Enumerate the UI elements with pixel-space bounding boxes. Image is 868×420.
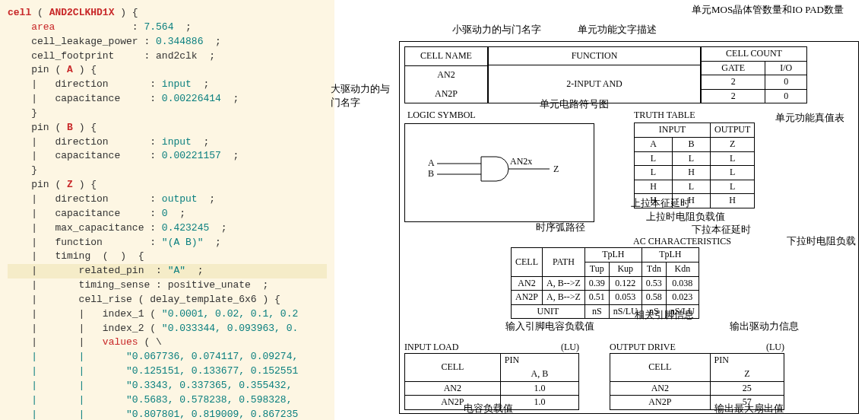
svg-text:B: B: [428, 168, 434, 179]
svg-text:AN2x: AN2x: [510, 156, 532, 167]
annotation: 大驱动力的与门名字: [331, 82, 395, 110]
datasheet-box: CELL NAME AN2 AN2P FUNCTION 2-INPUT AND …: [399, 41, 859, 414]
ac-characteristics-table: CELLPATHTpLHTpLH TupKupTdnKdn AN2A, B-->…: [511, 247, 699, 319]
output-drive-title: OUTPUT DRIVE: [610, 342, 676, 352]
truth-table-title: TRUTH TABLE: [634, 110, 755, 121]
cell-name-table: CELL NAME AN2 AN2P: [404, 46, 488, 103]
svg-text:A: A: [428, 158, 435, 168]
datasheet-diagram: 小驱动力的与门名字 单元功能文字描述 单元MOS晶体管数量和IO PAD数量 大…: [334, 0, 868, 420]
logic-symbol-title: LOGIC SYMBOL: [407, 110, 476, 121]
annotation: 单元功能文字描述: [578, 23, 657, 37]
annotation: 单元MOS晶体管数量和IO PAD数量: [692, 3, 844, 17]
truth-table: INPUTOUTPUT ABZ LLL LHL HLL HHH: [634, 123, 755, 208]
and-gate-icon: A B AN2x Z: [428, 151, 580, 204]
annotation: 小驱动力的与门名字: [452, 23, 541, 37]
logic-symbol-box: A B AN2x Z: [404, 123, 594, 222]
input-load-table: CELLPIN A, B AN21.0 AN2P1.0: [404, 353, 579, 409]
ac-title: AC CHARACTERISTICS: [511, 236, 854, 247]
svg-text:Z: Z: [553, 164, 559, 174]
header-tables: CELL NAME AN2 AN2P FUNCTION 2-INPUT AND …: [404, 46, 854, 103]
output-drive-table: CELLPIN Z AN225 AN2P57: [610, 353, 784, 409]
cell-count-table: CELL COUNT GATEI/O 20 20: [701, 46, 807, 103]
code-editor: cell ( AND2CLKHD1X ) { area : 7.564 ; ce…: [0, 0, 334, 420]
input-load-title: INPUT LOAD: [404, 342, 458, 352]
function-table: FUNCTION 2-INPUT AND: [488, 46, 701, 103]
